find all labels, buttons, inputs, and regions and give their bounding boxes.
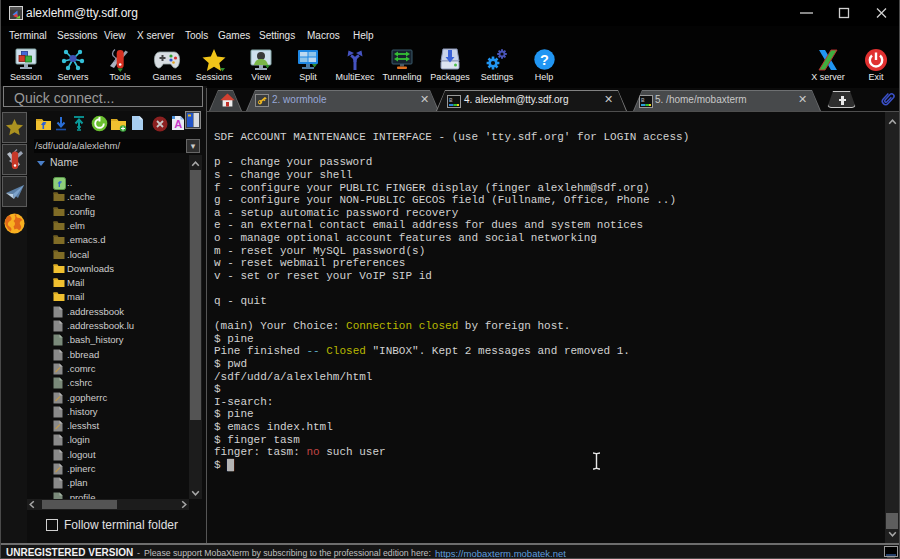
svg-text:A: A [174,118,182,130]
svg-text:B: B [641,97,645,104]
svg-text:B: B [449,97,453,104]
svg-text:?: ? [540,52,549,68]
